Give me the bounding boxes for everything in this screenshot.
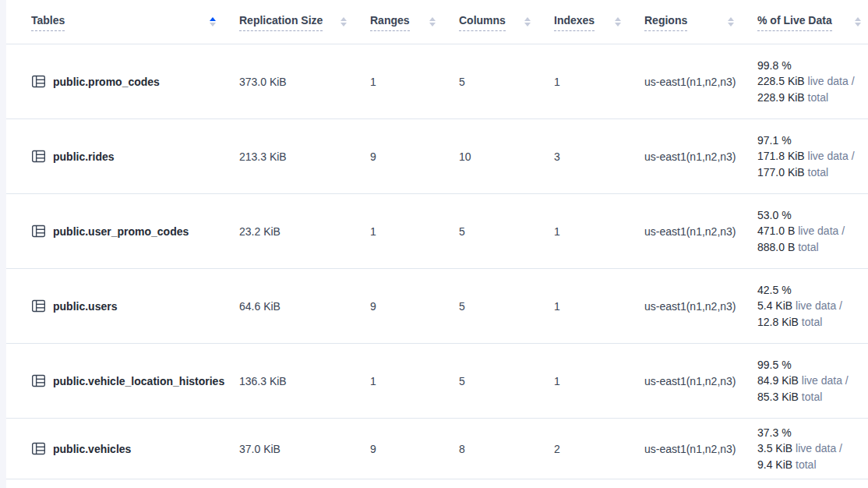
column-header-label: Tables (31, 13, 65, 31)
live-percent-value: 97.1 % (757, 133, 863, 149)
table-icon (31, 149, 46, 164)
table-name-link[interactable]: public.user_promo_codes (53, 225, 189, 238)
table-row: public.rides 213.3 KiB 9 10 3 us-east1(n… (6, 119, 868, 194)
table-body: public.promo_codes 373.0 KiB 1 5 1 us-ea… (6, 44, 868, 479)
table-icon (31, 373, 46, 388)
live-data-cell: 99.5 % 84.9 KiB live data / 85.3 KiB tot… (757, 357, 863, 405)
ranges-cell: 1 (370, 225, 459, 238)
table-name-link[interactable]: public.vehicles (53, 443, 131, 455)
live-data-cell: 37.3 % 3.5 KiB live data / 9.4 KiB total (757, 425, 863, 473)
table-icon (31, 299, 46, 313)
live-percent-value: 53.0 % (757, 207, 863, 224)
sort-toggle[interactable] (340, 17, 347, 27)
column-header-label: Replication Size (239, 13, 323, 31)
table-name-cell: public.vehicle_location_histories (31, 373, 239, 388)
table-name-cell: public.promo_codes (31, 74, 239, 89)
replication-size-cell: 37.0 KiB (239, 443, 370, 455)
table-name-link[interactable]: public.promo_codes (53, 76, 160, 88)
caret-down-icon (340, 23, 347, 27)
table-name-link[interactable]: public.vehicle_location_histories (53, 375, 224, 387)
caret-down-icon (855, 23, 861, 27)
regions-cell: us-east1(n1,n2,n3) (644, 225, 757, 238)
column-header-label: Indexes (554, 13, 595, 31)
live-data-cell: 97.1 % 171.8 KiB live data / 177.0 KiB t… (757, 133, 863, 181)
live-size-line: 471.0 B live data / (757, 223, 863, 239)
column-header[interactable]: Tables (31, 0, 239, 44)
column-header-label: Ranges (370, 13, 410, 31)
sort-toggle[interactable] (429, 17, 436, 27)
columns-cell: 8 (459, 443, 554, 455)
live-data-cell: 53.0 % 471.0 B live data / 888.0 B total (757, 207, 863, 256)
column-header[interactable]: Columns (459, 0, 554, 44)
caret-down-icon (210, 23, 216, 27)
table-header-row: Tables Replication Size Ranges Columns I… (6, 0, 868, 44)
live-percent-value: 37.3 % (757, 425, 863, 441)
table-icon (31, 74, 46, 89)
ranges-cell: 1 (370, 76, 459, 88)
column-header[interactable]: Replication Size (239, 0, 370, 44)
regions-cell: us-east1(n1,n2,n3) (644, 375, 757, 387)
live-size-line: 228.5 KiB live data / (757, 73, 863, 90)
sort-toggle[interactable] (524, 17, 531, 27)
table-name-cell: public.rides (31, 149, 239, 164)
columns-cell: 5 (459, 225, 554, 238)
live-size-line: 171.8 KiB live data / (757, 148, 863, 164)
sort-toggle[interactable] (728, 17, 734, 27)
caret-up-icon (340, 17, 347, 21)
column-header[interactable]: Indexes (554, 0, 644, 44)
indexes-cell: 3 (554, 150, 644, 163)
caret-down-icon (728, 23, 734, 27)
live-size-line: 3.5 KiB live data / (757, 440, 863, 457)
caret-up-icon (524, 17, 531, 21)
total-size-line: 177.0 KiB total (757, 164, 863, 181)
caret-up-icon (728, 17, 734, 21)
table-row: public.user_promo_codes 23.2 KiB 1 5 1 u… (6, 194, 868, 269)
total-size-line: 888.0 B total (757, 239, 863, 256)
columns-cell: 5 (459, 375, 554, 387)
table-name-link[interactable]: public.rides (53, 150, 115, 163)
total-size-line: 12.8 KiB total (757, 314, 863, 331)
table-name-cell: public.users (31, 299, 239, 313)
caret-up-icon (615, 17, 621, 21)
caret-up-icon (855, 17, 861, 21)
caret-down-icon (429, 23, 436, 27)
replication-size-cell: 23.2 KiB (239, 225, 370, 238)
columns-cell: 10 (459, 150, 554, 163)
ranges-cell: 9 (370, 150, 459, 163)
column-header-label: % of Live Data (757, 13, 832, 31)
live-data-cell: 99.8 % 228.5 KiB live data / 228.9 KiB t… (757, 58, 863, 106)
sort-toggle[interactable] (210, 17, 216, 27)
table-row: public.vehicles 37.0 KiB 9 8 2 us-east1(… (6, 419, 868, 479)
table-row: public.vehicle_location_histories 136.3 … (6, 344, 868, 419)
indexes-cell: 1 (554, 300, 644, 313)
indexes-cell: 2 (554, 443, 644, 455)
ranges-cell: 1 (370, 375, 459, 387)
replication-size-cell: 64.6 KiB (239, 300, 370, 313)
regions-cell: us-east1(n1,n2,n3) (644, 300, 757, 313)
column-header[interactable]: Regions (644, 0, 757, 44)
table-name-link[interactable]: public.users (53, 300, 117, 313)
regions-cell: us-east1(n1,n2,n3) (644, 150, 757, 163)
regions-cell: us-east1(n1,n2,n3) (644, 76, 757, 88)
table-name-cell: public.user_promo_codes (31, 224, 239, 239)
table-row: public.users 64.6 KiB 9 5 1 us-east1(n1,… (6, 269, 868, 344)
column-header[interactable]: Ranges (370, 0, 459, 44)
live-data-cell: 42.5 % 5.4 KiB live data / 12.8 KiB tota… (757, 282, 863, 331)
tables-panel: Tables Replication Size Ranges Columns I… (6, 0, 868, 488)
replication-size-cell: 136.3 KiB (239, 375, 370, 387)
total-size-line: 228.9 KiB total (757, 90, 863, 106)
indexes-cell: 1 (554, 76, 644, 88)
columns-cell: 5 (459, 76, 554, 88)
sort-toggle[interactable] (855, 17, 861, 27)
caret-up-icon (429, 17, 436, 21)
column-header[interactable]: % of Live Data (757, 0, 863, 44)
caret-down-icon (615, 23, 621, 27)
sort-toggle[interactable] (615, 17, 621, 27)
ranges-cell: 9 (370, 300, 459, 313)
caret-down-icon (524, 23, 531, 27)
live-size-line: 5.4 KiB live data / (757, 298, 863, 314)
ranges-cell: 9 (370, 443, 459, 455)
live-percent-value: 99.5 % (757, 357, 863, 373)
table-icon (31, 224, 46, 239)
live-size-line: 84.9 KiB live data / (757, 373, 863, 389)
